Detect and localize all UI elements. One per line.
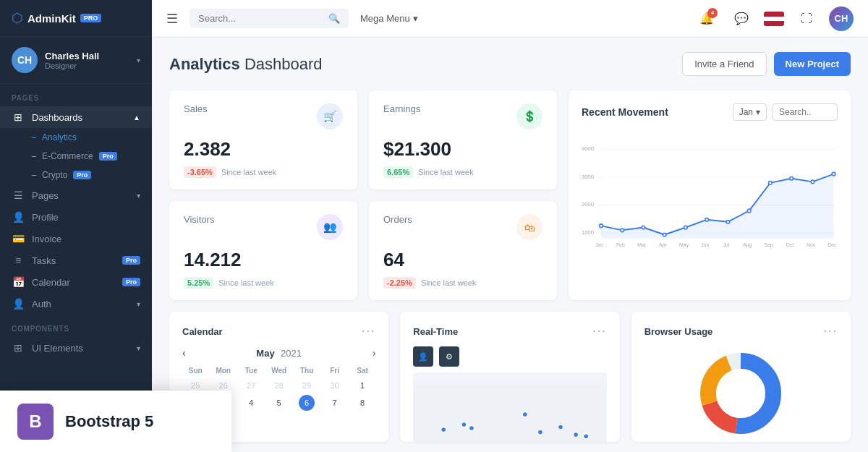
page-header: Analytics Dashboard Invite a Friend New …	[169, 52, 851, 76]
ui-elements-label: UI Elements	[32, 343, 129, 354]
sidebar-item-analytics[interactable]: Analytics	[0, 128, 152, 147]
earnings-icon: 💲	[516, 103, 542, 129]
auth-chevron-icon: ▾	[137, 300, 140, 308]
calendar-next-button[interactable]: ›	[373, 347, 376, 359]
visitors-change: 5.25% Since last week	[184, 278, 343, 287]
ecommerce-badge: Pro	[99, 152, 117, 161]
calendar-day[interactable]: 7	[327, 395, 343, 411]
month-selector[interactable]: Jan ▾	[733, 103, 767, 121]
messages-button[interactable]: 💬	[729, 7, 754, 31]
realtime-more-button[interactable]: ···	[592, 325, 606, 338]
realtime-icons: 👤 ⚙	[413, 346, 606, 367]
earnings-card: Earnings 💲 $21.300 6.65% Since last week	[369, 90, 557, 189]
calendar-day-today[interactable]: 6	[299, 395, 315, 411]
rt-user-icon: 👤	[413, 346, 433, 367]
chevron-up-icon: ▲	[133, 114, 140, 121]
fullscreen-button[interactable]: ⛶	[794, 7, 819, 31]
browser-more-button[interactable]: ···	[824, 325, 838, 338]
svg-point-8	[600, 224, 603, 228]
orders-icon: 🛍	[516, 214, 542, 240]
invite-friend-button[interactable]: Invite a Friend	[682, 52, 766, 76]
user-info: Charles Hall Designer	[45, 51, 129, 70]
sidebar-brand[interactable]: ⬡ AdminKit PRO	[0, 0, 152, 37]
sidebar-item-tasks[interactable]: ≡ Tasks Pro	[0, 250, 152, 271]
svg-text:Jan: Jan	[595, 242, 603, 247]
visitors-card: Visitors 👥 14.212 5.25% Since last week	[169, 201, 357, 300]
line-chart-svg: 4000 3000 2000 1000	[582, 131, 838, 268]
search-input[interactable]	[198, 13, 323, 24]
sidebar-item-auth[interactable]: 👤 Auth ▾	[0, 293, 152, 315]
new-project-button[interactable]: New Project	[774, 52, 851, 76]
calendar-day[interactable]: 5	[271, 395, 287, 411]
svg-point-46	[716, 369, 765, 418]
sidebar-item-dashboards[interactable]: ⊞ Dashboards ▲	[0, 106, 152, 128]
svg-text:4000: 4000	[582, 145, 594, 152]
calendar-day[interactable]: 29	[299, 378, 315, 393]
dot-icon	[32, 175, 36, 176]
brand-name: AdminKit	[27, 12, 76, 25]
tasks-label: Tasks	[32, 255, 115, 266]
profile-label: Profile	[32, 212, 140, 223]
calendar-day[interactable]: 8	[354, 395, 370, 411]
realtime-widget: Real-Time ··· 👤 ⚙	[400, 312, 619, 442]
sidebar-item-pages[interactable]: ☰ Pages ▾	[0, 184, 152, 206]
donut-svg	[694, 346, 788, 440]
svg-text:Mar: Mar	[637, 242, 647, 247]
ecommerce-label: E-Commerce	[42, 151, 93, 161]
brand-icon: ⬡	[12, 10, 23, 26]
svg-text:2000: 2000	[582, 201, 594, 208]
svg-point-36	[523, 412, 528, 417]
calendar-day[interactable]: 1	[354, 378, 370, 393]
svg-point-39	[574, 432, 579, 438]
visitors-since: Since last week	[218, 278, 273, 287]
svg-text:Sep: Sep	[764, 242, 773, 248]
mega-menu-button[interactable]: Mega Menu ▾	[360, 13, 418, 24]
hamburger-icon[interactable]: ☰	[166, 11, 178, 27]
calendar-more-button[interactable]: ···	[362, 325, 375, 338]
search-icon: 🔍	[328, 13, 340, 24]
content-area: Analytics Dashboard Invite a Friend New …	[152, 38, 868, 452]
bootstrap-icon: B	[17, 404, 54, 440]
language-selector[interactable]	[764, 12, 784, 26]
brand-badge: PRO	[80, 14, 102, 22]
calendar-badge: Pro	[122, 278, 140, 286]
user-name: Charles Hall	[45, 51, 129, 61]
chart-search-input[interactable]	[773, 103, 838, 121]
calendar-label: Calendar	[32, 277, 115, 288]
search-box: 🔍	[190, 9, 349, 28]
sidebar-item-ecommerce[interactable]: E-Commerce Pro	[0, 147, 152, 166]
crypto-label: Crypto	[42, 170, 67, 180]
mega-menu-label: Mega Menu	[360, 13, 410, 24]
calendar-day[interactable]: 27	[243, 378, 259, 393]
svg-point-19	[832, 172, 835, 176]
chart-title: Recent Movement	[582, 106, 668, 118]
chevron-down-icon: ▾	[137, 192, 140, 200]
bottom-row: Calendar ··· ‹ May 2021 › Sun Mon Tue We…	[169, 312, 851, 442]
user-section[interactable]: CH Charles Hall Designer ▾	[0, 37, 152, 84]
calendar-day[interactable]: 4	[243, 395, 259, 411]
pages-label: Pages	[0, 84, 152, 106]
header-avatar[interactable]: CH	[829, 7, 854, 31]
earnings-value: $21.300	[383, 138, 542, 161]
calendar-prev-button[interactable]: ‹	[182, 347, 186, 359]
sidebar-item-crypto[interactable]: Crypto Pro	[0, 166, 152, 184]
calendar-day[interactable]: 30	[327, 378, 343, 393]
map-svg	[413, 372, 606, 442]
svg-text:Jun: Jun	[701, 242, 709, 247]
svg-text:Jul: Jul	[723, 242, 730, 247]
auth-icon: 👤	[12, 298, 25, 310]
svg-text:Feb: Feb	[616, 242, 625, 247]
auth-label: Auth	[32, 299, 129, 310]
sidebar-item-calendar[interactable]: 📅 Calendar Pro	[0, 271, 152, 293]
sidebar-item-invoice[interactable]: 💳 Invoice	[0, 228, 152, 250]
orders-label: Orders	[383, 214, 412, 225]
sidebar-item-profile[interactable]: 👤 Profile	[0, 206, 152, 228]
dot-icon	[32, 137, 36, 138]
svg-point-10	[642, 226, 645, 229]
month-chevron-icon: ▾	[756, 107, 760, 117]
notification-button[interactable]: 🔔 4	[694, 7, 719, 31]
calendar-day[interactable]: 28	[271, 378, 287, 393]
sidebar-item-ui-elements[interactable]: ⊞ UI Elements ▾	[0, 337, 152, 359]
visitors-change-value: 5.25%	[184, 277, 213, 289]
sidebar: ⬡ AdminKit PRO CH Charles Hall Designer …	[0, 0, 152, 452]
